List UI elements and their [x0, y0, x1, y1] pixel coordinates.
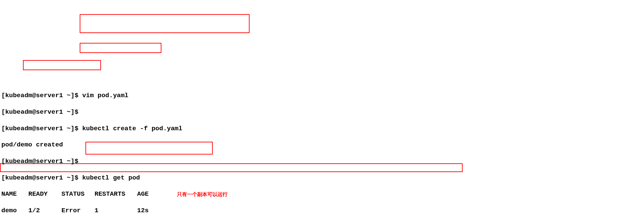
- terminal-line: pod/demo created: [1, 141, 643, 149]
- cell-ready: 1/2: [28, 207, 61, 215]
- output-created: pod/demo created: [1, 141, 63, 148]
- command-get: kubectl get pod: [82, 174, 140, 182]
- highlight-kubectl-create: [80, 14, 250, 33]
- prompt: [kubeadm@server1 ~]$: [1, 174, 82, 182]
- terminal-line: [kubeadm@server1 ~]$ vim pod.yaml: [1, 91, 643, 100]
- prompt: [kubeadm@server1 ~]$: [1, 125, 82, 132]
- prompt: [kubeadm@server1 ~]$: [1, 108, 82, 116]
- highlight-ready-error: [23, 60, 101, 70]
- terminal-line: [kubeadm@server1 ~]$: [1, 157, 643, 165]
- terminal-line: [kubeadm@server1 ~]$: [1, 108, 643, 116]
- annotation-single-replica: 只有一个副本可以运行: [177, 191, 228, 197]
- hdr-name: NAME: [1, 190, 28, 198]
- hdr-age: AGE: [137, 190, 149, 198]
- command-vim: vim pod.yaml: [82, 92, 128, 99]
- table-row: demo1/2Error112s: [1, 207, 643, 215]
- cell-status: Error: [61, 207, 95, 215]
- cell-name: demo: [1, 207, 28, 215]
- hdr-restarts: RESTARTS: [95, 190, 137, 198]
- cell-age: 12s: [137, 207, 149, 215]
- hdr-ready: READY: [28, 190, 61, 198]
- highlight-kubectl-get: [80, 43, 161, 53]
- terminal-line: [kubeadm@server1 ~]$ kubectl create -f p…: [1, 125, 643, 133]
- prompt: [kubeadm@server1 ~]$: [1, 158, 82, 165]
- table-header: NAMEREADYSTATUSRESTARTSAGE只有一个副本可以运行: [1, 190, 643, 198]
- command-create: kubectl create -f pod.yaml: [82, 125, 182, 132]
- hdr-status: STATUS: [61, 190, 95, 198]
- prompt: [kubeadm@server1 ~]$: [1, 92, 82, 99]
- terminal-line: [kubeadm@server1 ~]$ kubectl get pod: [1, 174, 643, 182]
- cell-restarts: 1: [95, 207, 137, 215]
